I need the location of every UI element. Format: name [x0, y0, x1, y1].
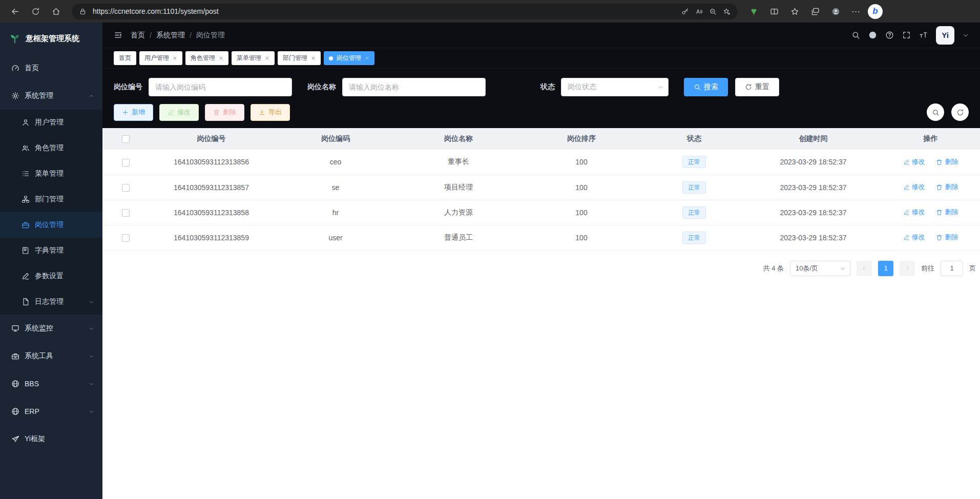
collections-icon[interactable] [806, 3, 824, 20]
browser-more-menu[interactable]: … [847, 3, 865, 20]
user-menu-caret-icon[interactable] [963, 32, 969, 38]
header-search-icon[interactable] [851, 31, 860, 39]
user-avatar[interactable]: Yi [936, 26, 954, 45]
split-screen-icon[interactable] [765, 3, 783, 20]
sidebar-item-erp[interactable]: ERP [0, 398, 102, 425]
lock-icon[interactable] [79, 8, 87, 15]
cell-post-sort: 100 [520, 150, 643, 175]
close-icon[interactable] [173, 56, 177, 60]
close-icon[interactable] [365, 56, 369, 60]
sidebar-item-label: BBS [25, 380, 39, 388]
breadcrumb-home[interactable]: 首页 [131, 31, 145, 40]
row-edit-button[interactable]: 修改 [903, 233, 925, 242]
row-edit-button[interactable]: 修改 [903, 157, 925, 167]
close-icon[interactable] [219, 56, 223, 60]
font-size-icon[interactable] [919, 31, 928, 39]
goto-page-input[interactable] [941, 261, 963, 276]
row-delete-button[interactable]: 删除 [936, 233, 958, 242]
browser-home-button[interactable] [47, 3, 65, 20]
sidebar-item-bbs[interactable]: BBS [0, 370, 102, 398]
sidebar-item-label: 用户管理 [35, 118, 64, 127]
tab-role-management[interactable]: 角色管理 [185, 51, 228, 65]
page-size-select[interactable]: 10条/页 [790, 261, 850, 276]
close-icon[interactable] [265, 56, 269, 60]
tab-department-management[interactable]: 部门管理 [278, 51, 321, 65]
password-key-icon[interactable] [681, 8, 689, 15]
sidebar-item-label: 参数设置 [35, 272, 64, 281]
file-icon [22, 298, 30, 306]
filter-status: 状态 岗位状态 [540, 78, 669, 96]
profile-avatar-icon[interactable] [827, 3, 844, 20]
post-name-input[interactable] [342, 78, 486, 96]
add-button[interactable]: 新增 [114, 104, 153, 121]
help-question-icon[interactable] [885, 31, 894, 39]
sidebar-item-menu-management[interactable]: 菜单管理 [0, 161, 102, 186]
breadcrumb-current: 岗位管理 [196, 31, 225, 40]
sidebar-item-label: 首页 [25, 64, 39, 73]
sidebar-item-system-tools[interactable]: 系统工具 [0, 342, 102, 370]
refresh-table-button[interactable] [951, 103, 969, 121]
copilot-bing-icon[interactable]: b [868, 4, 883, 19]
tab-user-management[interactable]: 用户管理 [139, 51, 182, 65]
cell-post-sort: 100 [520, 200, 643, 225]
menu-fold-icon[interactable] [114, 31, 122, 39]
tab-home[interactable]: 首页 [114, 51, 136, 65]
sidebar-item-dictionary-management[interactable]: 字典管理 [0, 238, 102, 263]
browser-back-button[interactable] [6, 3, 24, 20]
trash-icon [936, 209, 943, 216]
status-select[interactable]: 岗位状态 [561, 78, 669, 96]
prev-page-button[interactable] [857, 261, 872, 276]
row-checkbox[interactable] [122, 184, 130, 192]
tab-menu-management[interactable]: 菜单管理 [232, 51, 275, 65]
table-card: 岗位编号 岗位编码 岗位名称 岗位排序 状态 创建时间 操作 164103059… [102, 128, 980, 499]
sidebar-item-system-monitor[interactable]: 系统监控 [0, 315, 102, 342]
sidebar-item-log-management[interactable]: 日志管理 [0, 289, 102, 315]
row-checkbox[interactable] [122, 209, 130, 217]
favorites-star-icon[interactable] [786, 3, 803, 20]
sidebar-item-role-management[interactable]: 角色管理 [0, 135, 102, 161]
close-icon[interactable] [311, 56, 316, 60]
sidebar-item-department-management[interactable]: 部门管理 [0, 186, 102, 212]
reset-button[interactable]: 重置 [735, 78, 779, 96]
url-text[interactable]: https://ccnetcore.com:1101/system/post [93, 7, 675, 15]
sidebar-item-home[interactable]: 首页 [0, 54, 102, 82]
row-delete-button[interactable]: 删除 [936, 207, 958, 217]
row-checkbox[interactable] [122, 234, 130, 242]
edit-button-disabled[interactable]: 修改 [159, 104, 199, 121]
add-favorite-star-icon[interactable] [723, 8, 731, 15]
refresh-icon [956, 109, 964, 116]
tab-post-management-active[interactable]: 岗位管理 [324, 51, 374, 65]
page-number-current[interactable]: 1 [878, 261, 893, 276]
fullscreen-icon[interactable] [902, 31, 911, 39]
breadcrumb-system-management[interactable]: 系统管理 [156, 31, 185, 40]
sidebar-item-system-management[interactable]: 系统管理 [0, 82, 102, 110]
sidebar-item-parameter-settings[interactable]: 参数设置 [0, 263, 102, 289]
delete-button-disabled[interactable]: 删除 [205, 104, 244, 121]
row-delete-button[interactable]: 删除 [936, 182, 958, 192]
row-delete-button[interactable]: 删除 [936, 157, 958, 167]
column-header: 状态 [643, 128, 745, 150]
sidebar-item-post-management[interactable]: 岗位管理 [0, 212, 102, 238]
address-bar[interactable]: https://ccnetcore.com:1101/system/post [72, 4, 738, 19]
next-page-button[interactable] [900, 261, 915, 276]
sidebar-item-label: 系统管理 [25, 91, 53, 100]
zoom-out-icon[interactable] [709, 8, 717, 15]
github-icon[interactable] [868, 31, 877, 39]
row-checkbox[interactable] [122, 159, 130, 167]
post-code-input[interactable] [149, 78, 292, 96]
row-edit-label: 修改 [912, 233, 925, 242]
export-button[interactable]: 导出 [251, 104, 290, 121]
extension-icon[interactable] [745, 3, 762, 20]
read-aloud-icon[interactable] [695, 8, 703, 15]
row-edit-button[interactable]: 修改 [903, 182, 925, 192]
cell-post-sort: 100 [520, 175, 643, 200]
sidebar-item-user-management[interactable]: 用户管理 [0, 110, 102, 135]
show-search-toggle-button[interactable] [927, 103, 944, 121]
sidebar-item-label: ERP [25, 407, 39, 415]
select-all-checkbox[interactable] [122, 135, 130, 143]
sidebar-item-yi-framework[interactable]: Yi框架 [0, 425, 102, 453]
chevron-left-icon [861, 265, 867, 272]
search-button[interactable]: 搜索 [684, 78, 728, 96]
row-edit-button[interactable]: 修改 [903, 207, 925, 217]
browser-refresh-button[interactable] [27, 3, 44, 20]
